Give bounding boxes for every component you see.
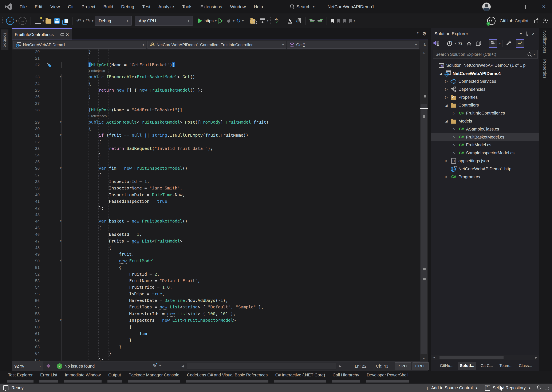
start-without-debug-button[interactable] (218, 18, 223, 24)
hot-reload-dropdown[interactable]: ▾ (233, 19, 235, 22)
pending-changes-filter-icon[interactable] (447, 40, 453, 47)
line-number-21[interactable]: 21 (12, 55, 43, 62)
restart-button[interactable]: ↻ (236, 17, 241, 24)
code-line-55[interactable]: 55 IsRipe = true, (12, 291, 420, 297)
panel-tab-call-hierarchy[interactable]: Call Hierarchy (333, 371, 359, 384)
code-line-22[interactable]: 22 [HttpGet(Name = "GetFruitBasket")] (12, 62, 420, 68)
github-copilot-label[interactable]: GitHub Copilot (500, 18, 528, 23)
editor-options-gear-icon[interactable]: ⚙ (422, 31, 426, 37)
code-line-49[interactable]: 49 fruit, (12, 251, 420, 258)
maximize-button[interactable] (520, 0, 536, 14)
panel-tab-package-manager-console[interactable]: Package Manager Console (129, 371, 179, 384)
tree-item-controllers[interactable]: ◢Controllers (431, 101, 539, 109)
code-line-31[interactable]: 31∨ if (fruit == null || string.IsNullOr… (12, 132, 420, 139)
navigate-back-dropdown[interactable]: ▾ (16, 19, 17, 22)
clear-bookmarks-icon[interactable] (349, 19, 352, 23)
expander-collapsed-icon[interactable]: ▷ (451, 111, 457, 115)
redo-button[interactable]: ↷ (86, 17, 91, 24)
split-editor-icon[interactable]: ⇕ (421, 42, 427, 48)
avatar[interactable] (482, 2, 491, 11)
scrollbar-thumb[interactable] (421, 104, 427, 354)
expander-collapsed-icon[interactable]: ▷ (443, 87, 450, 91)
notifications-bell-icon[interactable] (536, 385, 541, 391)
tool-tab-team[interactable]: Team... (498, 362, 514, 370)
previous-bookmark-icon[interactable] (337, 19, 340, 23)
code-line-25[interactable]: 25 return new [] { new FruitBasketModel(… (12, 87, 420, 93)
line-number-55[interactable]: 55 (12, 291, 43, 297)
expander-collapsed-icon[interactable]: ▷ (443, 159, 450, 163)
fold-collapse-icon[interactable]: ∨ (60, 133, 62, 137)
comment-lines-icon[interactable] (309, 19, 315, 23)
scroll-down-icon[interactable]: ▼ (420, 356, 428, 362)
line-number-54[interactable]: 54 (12, 284, 43, 291)
toggle-bookmark-icon[interactable] (331, 19, 334, 23)
fold-collapse-icon[interactable]: ∨ (60, 239, 62, 243)
code-line-21[interactable]: 21 (12, 55, 420, 62)
line-number-41[interactable]: 41 (12, 198, 43, 205)
show-all-files-toggle[interactable] (489, 39, 497, 48)
restart-dropdown[interactable]: ▾ (242, 19, 244, 22)
tree-item-fruitinfocontroller-cs[interactable]: ▷C#FruitInfoController.cs (431, 109, 539, 117)
line-number-60[interactable]: 60 (12, 324, 43, 330)
preview-selected-items-toggle[interactable] (516, 39, 524, 48)
fold-collapse-icon[interactable]: ∨ (60, 259, 62, 262)
tree-item-properties[interactable]: ▷Properties (431, 93, 539, 101)
code-line-56[interactable]: 56 HarvestDate = DateTime.Now.AddDays(-1… (12, 297, 420, 304)
menu-build[interactable]: Build (99, 0, 117, 14)
code-line-51[interactable]: 51 { (12, 264, 420, 271)
tree-item-solution-netcorewebapidemo1-1-of-1-p[interactable]: Solution 'NetCoreWebAPIDemo1' (1 of 1 p (431, 62, 539, 70)
select-repository-button[interactable]: Select Repository ▲ (483, 384, 533, 392)
code-line-26[interactable]: 26 } (12, 93, 420, 100)
expander-collapsed-icon[interactable]: ▷ (451, 127, 457, 131)
line-number-62[interactable]: 62 (12, 337, 43, 343)
menu-edit[interactable]: Edit (31, 0, 46, 14)
line-number-64[interactable]: 64 (12, 350, 43, 357)
menu-help[interactable]: Help (250, 0, 267, 14)
line-number-57[interactable]: 57 (12, 304, 43, 310)
spell-check-icon[interactable]: abc✓ (274, 18, 279, 24)
code-editor[interactable]: 20 }2122 [HttpGet(Name = "GetFruitBasket… (12, 49, 428, 362)
feedback-flag-icon[interactable] (3, 385, 8, 390)
line-number-42[interactable]: 42 (12, 205, 43, 211)
solution-window-icon[interactable] (259, 18, 265, 24)
line-number-22[interactable]: 22 (12, 62, 43, 68)
close-panel-icon[interactable]: ✕ (532, 32, 535, 36)
line-number-20[interactable]: 20 (12, 49, 43, 55)
code-line-41[interactable]: 41 PassedInspection = true (12, 198, 420, 205)
tab-properties[interactable]: Properties (542, 59, 547, 78)
zoom-level-dropdown[interactable]: 92 %▾ (12, 362, 43, 371)
selection-mode-icon[interactable] (287, 18, 293, 24)
tree-item-fruitbasketmodel-cs[interactable]: ▷C#FruitBasketModel.cs (431, 133, 539, 141)
line-number-48[interactable]: 48 (12, 245, 43, 251)
editor-vertical-scrollbar[interactable]: ▲ ▼ (420, 49, 428, 362)
code-line-20[interactable]: 20 } (12, 49, 420, 55)
sync-with-active-document-icon[interactable]: ⇆ (458, 40, 462, 46)
status-line-ending-toggle[interactable]: CRLF (413, 362, 429, 370)
line-number-25[interactable]: 25 (12, 87, 43, 93)
line-number-23[interactable]: 23 (12, 74, 43, 80)
add-to-source-control-button[interactable]: ↑ Add to Source Control ▲ (424, 384, 480, 392)
search-box[interactable]: Search ▾ (290, 4, 315, 9)
tree-item-fruitmodel-cs[interactable]: ▷C#FruitModel.cs (431, 141, 539, 149)
code-line-33[interactable]: 33 return BadRequest("Invalid fruit data… (12, 145, 420, 152)
code-line-23[interactable]: 23∨ public IEnumerable<FruitBasketModel>… (12, 74, 420, 80)
menu-test[interactable]: Test (138, 0, 154, 14)
pin-icon[interactable] (61, 33, 64, 36)
code-line-58[interactable]: 58 HarvesterIds = new List<int> { 100, 1… (12, 310, 420, 317)
hscroll-right-icon[interactable]: ▶ (533, 355, 539, 360)
line-number-24[interactable]: 24 (12, 80, 43, 87)
line-number-39[interactable]: 39 (12, 185, 43, 191)
menu-project[interactable]: Project (78, 0, 99, 14)
expander-collapsed-icon[interactable]: ▷ (451, 143, 457, 147)
code-line-28[interactable]: 28 [HttpPost(Name = "AddFruitToBasket")] (12, 107, 420, 113)
fold-collapse-icon[interactable]: ∨ (60, 219, 62, 223)
line-number-37[interactable]: 37 (12, 172, 43, 178)
menu-window[interactable]: Window (226, 0, 250, 14)
code-line-29[interactable]: 29∨ public ActionResult<FruitBasketModel… (12, 119, 420, 126)
fold-collapse-icon[interactable]: ∨ (60, 75, 62, 78)
code-line-65[interactable]: 65 }; (12, 357, 420, 362)
panel-tab-c-interactive-net-core[interactable]: C# Interactive (.NET Core) (275, 371, 325, 384)
code-line-35[interactable]: 35 (12, 159, 420, 165)
panel-tab-error-list[interactable]: Error List (40, 371, 57, 384)
code-line-47[interactable]: 47∨ Fruits = new List<FruitModel> (12, 238, 420, 245)
